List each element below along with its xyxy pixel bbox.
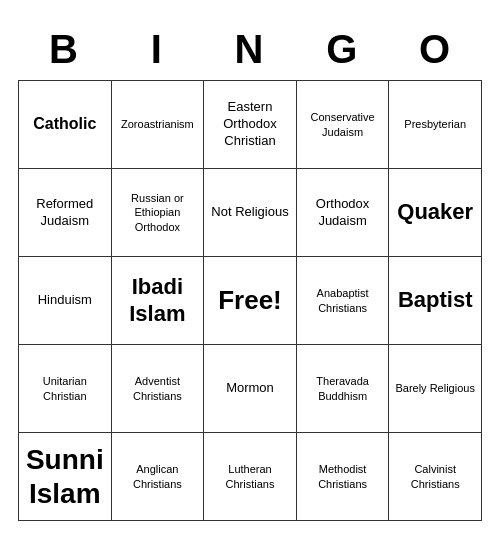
cell-4-0: Sunni Islam (19, 433, 112, 521)
cell-0-4: Presbyterian (389, 81, 482, 169)
cell-1-3: Orthodox Judaism (297, 169, 390, 257)
cell-4-2: Lutheran Christians (204, 433, 297, 521)
cell-2-3: Anabaptist Christians (297, 257, 390, 345)
cell-4-3: Methodist Christians (297, 433, 390, 521)
cell-text: Adventist Christians (116, 374, 200, 403)
cell-text: Eastern Orthodox Christian (208, 99, 292, 150)
cell-0-2: Eastern Orthodox Christian (204, 81, 297, 169)
cell-3-0: Unitarian Christian (19, 345, 112, 433)
cell-text: Not Religious (211, 204, 288, 221)
cell-0-1: Zoroastrianism (112, 81, 205, 169)
cell-text: Catholic (33, 114, 96, 135)
header-letter: N (204, 23, 297, 80)
cell-text: Quaker (397, 199, 473, 225)
cell-text: Conservative Judaism (301, 110, 385, 139)
cell-2-0: Hinduism (19, 257, 112, 345)
cell-1-2: Not Religious (204, 169, 297, 257)
header-letter: O (389, 23, 482, 80)
header-letter: I (111, 23, 204, 80)
cell-0-0: Catholic (19, 81, 112, 169)
cell-text: Lutheran Christians (208, 462, 292, 491)
cell-text: Hinduism (38, 292, 92, 309)
cell-text: Methodist Christians (301, 462, 385, 491)
cell-4-4: Calvinist Christians (389, 433, 482, 521)
cell-text: Sunni Islam (23, 443, 107, 510)
cell-text: Reformed Judaism (23, 196, 107, 230)
cell-3-2: Mormon (204, 345, 297, 433)
cell-text: Ibadi Islam (116, 274, 200, 327)
cell-2-4: Baptist (389, 257, 482, 345)
cell-text: Mormon (226, 380, 274, 397)
cell-text: Barely Religious (395, 381, 474, 395)
header-letter: G (296, 23, 389, 80)
header-letter: B (18, 23, 111, 80)
cell-3-3: Theravada Buddhism (297, 345, 390, 433)
cell-1-0: Reformed Judaism (19, 169, 112, 257)
cell-0-3: Conservative Judaism (297, 81, 390, 169)
cell-text: Calvinist Christians (393, 462, 477, 491)
cell-text: Presbyterian (404, 117, 466, 131)
bingo-grid: CatholicZoroastrianismEastern Orthodox C… (18, 80, 482, 521)
cell-text: Unitarian Christian (23, 374, 107, 403)
cell-text: Russian or Ethiopian Orthodox (116, 191, 200, 234)
cell-text: Free! (218, 284, 282, 318)
bingo-header: BINGO (18, 23, 482, 80)
cell-text: Anabaptist Christians (301, 286, 385, 315)
cell-text: Baptist (398, 287, 473, 313)
cell-3-1: Adventist Christians (112, 345, 205, 433)
cell-text: Anglican Christians (116, 462, 200, 491)
cell-text: Theravada Buddhism (301, 374, 385, 403)
cell-text: Orthodox Judaism (301, 196, 385, 230)
cell-text: Zoroastrianism (121, 117, 194, 131)
cell-2-1: Ibadi Islam (112, 257, 205, 345)
cell-2-2: Free! (204, 257, 297, 345)
cell-4-1: Anglican Christians (112, 433, 205, 521)
cell-1-4: Quaker (389, 169, 482, 257)
cell-3-4: Barely Religious (389, 345, 482, 433)
cell-1-1: Russian or Ethiopian Orthodox (112, 169, 205, 257)
bingo-card: BINGO CatholicZoroastrianismEastern Orth… (10, 15, 490, 529)
